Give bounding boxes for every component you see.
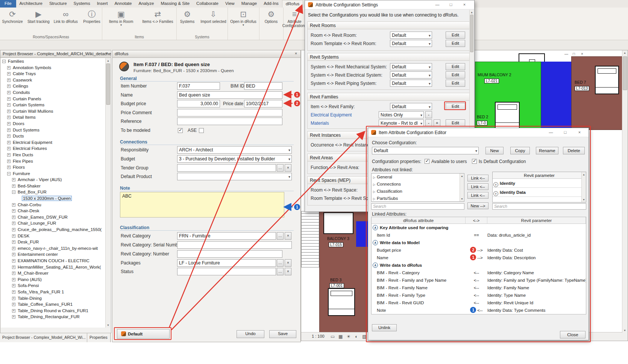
linked-attr-row[interactable]: BIM - Revit - Family Name<--Identity: Fa…: [372, 284, 586, 292]
electrical-equipment-link[interactable]: Electrical Equipment: [311, 112, 352, 118]
tree-item[interactable]: +Duct Systems: [1, 127, 105, 133]
tree-item[interactable]: +Piano (AUS): [1, 276, 105, 283]
name-field[interactable]: Bed queen size: [177, 91, 282, 99]
configuration-select[interactable]: Default: [372, 147, 479, 154]
copy-configuration-button[interactable]: Copy: [510, 147, 530, 154]
add-mapping-button[interactable]: +: [434, 119, 440, 127]
expand-icon[interactable]: ▷: [373, 174, 377, 181]
expand-icon[interactable]: +: [12, 209, 15, 213]
ribbon-tab-massing-site[interactable]: Massing & Site: [157, 0, 193, 8]
tree-item[interactable]: +Chair-Corbu: [1, 202, 105, 208]
dialog-title-bar[interactable]: Item Attribute Configuration Editor — □ …: [368, 128, 589, 137]
packages-field[interactable]: LF - Loose Furniture: [177, 259, 276, 267]
linked-attr-row[interactable]: BIM - Revit - Family and Type Name<--Ide…: [372, 276, 586, 284]
ribbon-tab-systems[interactable]: Systems: [70, 0, 94, 8]
linked-attr-row[interactable]: Item Id==Data: drofus_article_id: [372, 231, 586, 239]
expand-icon[interactable]: +: [12, 259, 15, 263]
reference-field[interactable]: [177, 118, 282, 125]
linked-attr-row[interactable]: Name1-->Identity Data: Description: [372, 254, 586, 261]
linked-attr-group[interactable]: ∧Write data to Model: [372, 239, 586, 246]
scale-control[interactable]: 1 : 100: [301, 332, 328, 338]
delete-configuration-button[interactable]: Delete: [563, 147, 585, 154]
tree-item[interactable]: +Cruce_de_poleas__Pulling_machine_1550(: [1, 227, 105, 233]
note-textarea[interactable]: ABC: [120, 192, 284, 217]
ribbon-tab-collaborate[interactable]: Collaborate: [193, 0, 222, 8]
open-in-drofus-button[interactable]: ⊡ Open in dRofus ▾: [228, 8, 259, 32]
tree-item[interactable]: +Chair_Eames_DSW_FUR: [1, 214, 105, 221]
expand-icon[interactable]: +: [12, 284, 15, 287]
room-bed-7[interactable]: BED 7 L7-013: [571, 56, 623, 130]
linked-attr-row[interactable]: Budget price2-->Identity Data: Cost: [372, 246, 586, 254]
view-minimize-icon[interactable]: —: [564, 52, 568, 56]
expand-icon[interactable]: +: [7, 97, 11, 101]
edit-button[interactable]: Edit: [446, 119, 465, 127]
expand-icon[interactable]: +: [12, 309, 15, 313]
expand-icon[interactable]: +: [12, 240, 15, 244]
tree-item[interactable]: +EXAMINATION COUCH - ELECTRIC: [1, 258, 105, 264]
notes-only-select[interactable]: Notes Only: [379, 111, 424, 118]
tree-vertical-scrollbar[interactable]: ▲ ▼: [105, 58, 111, 328]
expand-icon[interactable]: +: [12, 203, 15, 207]
tree-item[interactable]: +emeco_navy-r-_chair_111n_by-emeco-wit: [1, 245, 105, 252]
linked-attr-row[interactable]: Note1<--Identity Data: Type Comments: [372, 307, 586, 314]
close-icon[interactable]: ×: [573, 128, 586, 137]
new-attribute-button[interactable]: New -->: [467, 202, 488, 209]
revit-category-field[interactable]: FRN - Furniture: [177, 232, 276, 240]
tree-item[interactable]: 1530 x 2030mm - Queen: [1, 195, 105, 202]
unlink-button[interactable]: Unlink: [372, 324, 397, 331]
expand-icon[interactable]: +: [12, 184, 15, 188]
revit-category-clear-button[interactable]: ×: [285, 232, 291, 240]
list-scrollbar[interactable]: ▲ ▼: [460, 174, 464, 201]
packages-clear-button[interactable]: ×: [285, 259, 291, 267]
collapse-circle-icon[interactable]: ∧: [373, 240, 378, 245]
link-button[interactable]: Link <--: [467, 192, 488, 199]
detail-level-icon[interactable]: ▭: [329, 332, 336, 341]
expand-icon[interactable]: +: [7, 110, 11, 113]
tree-item[interactable]: +Sofa-Pensi: [1, 282, 105, 289]
linked-attr-group[interactable]: ∧Key Attribute used for comparing: [372, 224, 586, 231]
keynote-select[interactable]: Keynote - Rvt to dl: [379, 119, 424, 127]
ribbon-tab-drofus[interactable]: dRofus: [282, 0, 303, 8]
linked-attr-group[interactable]: ∧Write data to dRofus: [372, 261, 586, 269]
expand-icon[interactable]: +: [7, 147, 11, 150]
link-to-drofus-button[interactable]: ∞ Link to dRofus: [52, 8, 79, 32]
expand-icon[interactable]: +: [7, 66, 11, 69]
tree-item[interactable]: +Curtain Systems: [1, 102, 105, 108]
chevron-down-icon[interactable]: ∨: [493, 191, 498, 196]
expand-icon[interactable]: +: [7, 72, 11, 76]
item-family-mapping-select[interactable]: Default: [390, 103, 432, 110]
scroll-down-icon[interactable]: ▼: [460, 196, 464, 201]
linked-attr-row[interactable]: BIM - Revit - Revit GUID<--Identity: Rev…: [372, 299, 586, 307]
save-button[interactable]: Save: [269, 330, 296, 338]
tree-item[interactable]: +Table_Dining Round w Chairs_FUR1: [1, 308, 105, 314]
room-mapping-select[interactable]: Default: [390, 32, 432, 39]
maximize-icon[interactable]: □: [558, 128, 572, 137]
packages-browse-button[interactable]: …: [277, 259, 284, 267]
expand-icon[interactable]: +: [7, 79, 11, 82]
expand-icon[interactable]: +: [12, 278, 15, 281]
tree-item[interactable]: +Table_Coffee_Eames_FUR1: [1, 301, 105, 308]
minimize-icon[interactable]: —: [544, 128, 558, 137]
shadows-icon[interactable]: ◐: [353, 332, 360, 341]
tree-item[interactable]: +Table_Dining_Rectangular_FUR: [1, 314, 105, 320]
edit-button[interactable]: Edit: [446, 32, 465, 39]
price-date-field[interactable]: 10/02/2017: [244, 100, 282, 107]
expand-icon[interactable]: +: [12, 315, 15, 319]
scroll-down-icon[interactable]: ▼: [582, 197, 586, 202]
group-label-rooms[interactable]: Rooms/Spaces/Areas: [0, 35, 102, 39]
tree-item[interactable]: −Furniture: [1, 171, 105, 177]
file-tab[interactable]: File: [0, 0, 16, 8]
properties-button[interactable]: ⓘ Properties: [80, 8, 103, 32]
column-drofus-attribute[interactable]: dRofus attribute: [372, 217, 466, 224]
expand-icon[interactable]: +: [12, 272, 15, 275]
edit-button[interactable]: Edit: [446, 80, 465, 87]
link-button[interactable]: Link <--: [467, 183, 488, 190]
budget-price-field[interactable]: 3,000.00: [177, 100, 220, 107]
ribbon-tab-analyze[interactable]: Analyze: [135, 0, 157, 8]
expand-icon[interactable]: +: [7, 153, 11, 157]
tender-group-field[interactable]: [177, 164, 276, 172]
column-direction[interactable]: <->: [466, 217, 487, 224]
tree-item[interactable]: +Annotation Symbols: [1, 65, 105, 71]
group-label-systems[interactable]: Systems: [177, 35, 228, 39]
expand-icon[interactable]: +: [12, 222, 15, 225]
